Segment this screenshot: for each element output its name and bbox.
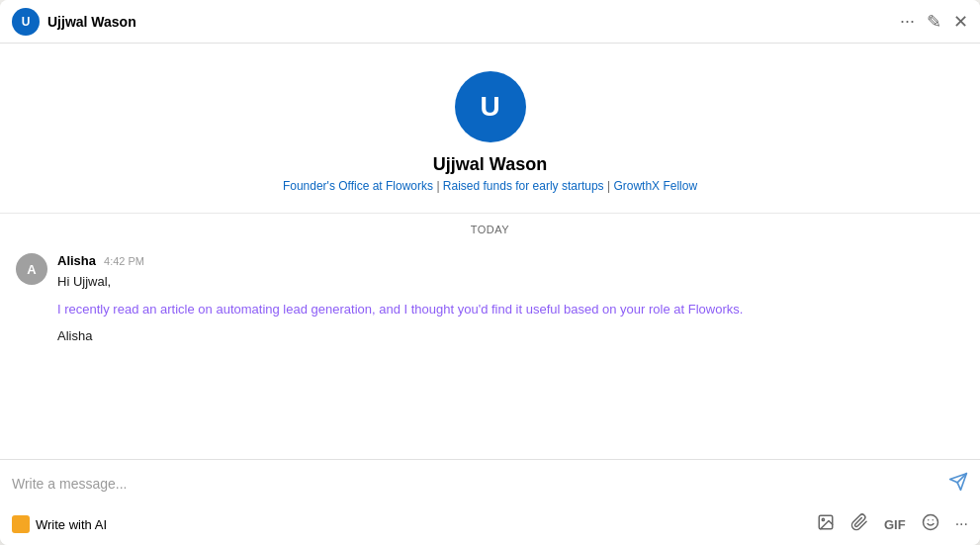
close-icon[interactable]: ✕: [953, 11, 968, 33]
sender-avatar: A: [16, 253, 47, 285]
edit-icon[interactable]: ✎: [927, 11, 941, 33]
send-icon[interactable]: [948, 472, 968, 497]
write-with-ai-label: Write with AI: [36, 517, 107, 532]
image-icon[interactable]: [817, 513, 835, 535]
ai-icon: [12, 515, 30, 533]
svg-point-4: [923, 515, 937, 530]
gif-icon[interactable]: GIF: [884, 517, 906, 532]
title-name: Ujjwal Wason: [47, 14, 136, 30]
profile-section: U Ujjwal Wason Founder's Office at Flowo…: [0, 44, 980, 214]
message-line-2: I recently read an article on automating…: [57, 300, 964, 319]
headline-separator2: |: [604, 179, 614, 193]
bottom-toolbar: Write with AI GIF: [0, 507, 980, 545]
headline-part1: Founder's Office at Floworks: [283, 179, 433, 193]
svg-point-3: [822, 518, 824, 520]
profile-headline: Founder's Office at Floworks | Raised fu…: [283, 179, 697, 193]
message-line-3: Alisha: [57, 326, 964, 346]
title-avatar: U: [12, 8, 40, 36]
headline-part3: GrowthX Fellow: [613, 179, 697, 193]
title-bar-right: ··· ✎ ✕: [900, 11, 968, 33]
title-bar: U Ujjwal Wason ··· ✎ ✕: [0, 0, 980, 44]
profile-name: Ujjwal Wason: [433, 154, 547, 175]
message-line-1: Hi Ujjwal,: [57, 272, 964, 292]
emoji-icon[interactable]: [922, 513, 939, 535]
headline-separator1: |: [433, 179, 443, 193]
toolbar-icons-right: GIF ···: [817, 513, 968, 535]
sender-name: Alisha: [57, 253, 96, 268]
message-input-row: [0, 460, 980, 507]
headline-part2: Raised funds for early startups: [443, 179, 604, 193]
message-body: Hi Ujjwal, I recently read an article on…: [57, 272, 964, 346]
date-label: TODAY: [471, 224, 509, 235]
input-section: Write with AI GIF: [0, 459, 980, 545]
message-header: Alisha 4:42 PM: [57, 253, 964, 268]
profile-avatar: U: [455, 71, 526, 142]
date-divider: TODAY: [0, 214, 980, 245]
message-input[interactable]: [12, 470, 940, 498]
message-time: 4:42 PM: [104, 255, 144, 267]
messaging-window: U Ujjwal Wason ··· ✎ ✕ U Ujjwal Wason Fo…: [0, 0, 980, 545]
more-toolbar-icon[interactable]: ···: [955, 515, 968, 533]
messages-area[interactable]: A Alisha 4:42 PM Hi Ujjwal, I recently r…: [0, 245, 980, 459]
table-row: A Alisha 4:42 PM Hi Ujjwal, I recently r…: [16, 253, 964, 346]
message-content: Alisha 4:42 PM Hi Ujjwal, I recently rea…: [57, 253, 964, 346]
more-options-icon[interactable]: ···: [900, 11, 915, 32]
write-with-ai-button[interactable]: Write with AI: [12, 515, 107, 533]
attachment-icon[interactable]: [850, 513, 868, 535]
title-bar-left: U Ujjwal Wason: [12, 8, 136, 36]
